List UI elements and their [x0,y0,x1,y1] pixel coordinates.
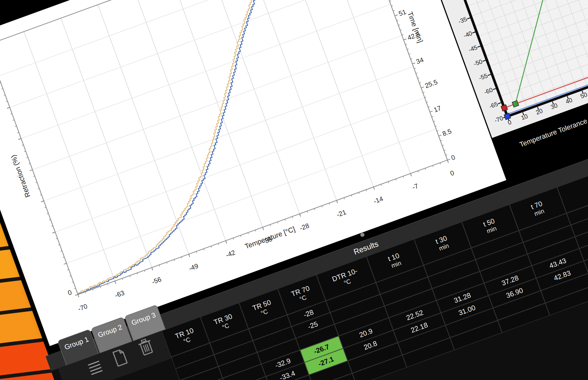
time-tick-label: 0 [450,153,456,162]
app-window: -70-63-56-49-42-35-28-21-14-70 08.51725.… [0,0,588,380]
sample-tile[interactable] [0,341,53,376]
time-tick-label: 34 [415,56,425,66]
temperature-tick-label: -70 [77,303,89,313]
new-document-icon[interactable] [111,348,129,369]
trash-icon[interactable] [136,337,156,359]
temperature-tick-label: -63 [114,289,126,300]
sample-tile[interactable] [0,311,42,345]
time-tick-label: 8.5 [441,128,453,138]
temperature-tick-label: -49 [188,262,200,273]
temperature-tick-label: -56 [151,276,162,286]
temperature-tick-label: -7 [411,182,419,191]
time-tick-label: 25.5 [424,78,438,90]
retraction-axis-origin-label: 0 [55,289,73,301]
temperature-tick-label: -21 [336,209,347,219]
temperature-tick-label: 0 [449,169,455,178]
time-tick-label: 17 [433,104,442,114]
sample-tile[interactable] [0,280,31,314]
menu-icon[interactable] [88,361,103,377]
temperature-tick-label: -14 [373,195,384,206]
